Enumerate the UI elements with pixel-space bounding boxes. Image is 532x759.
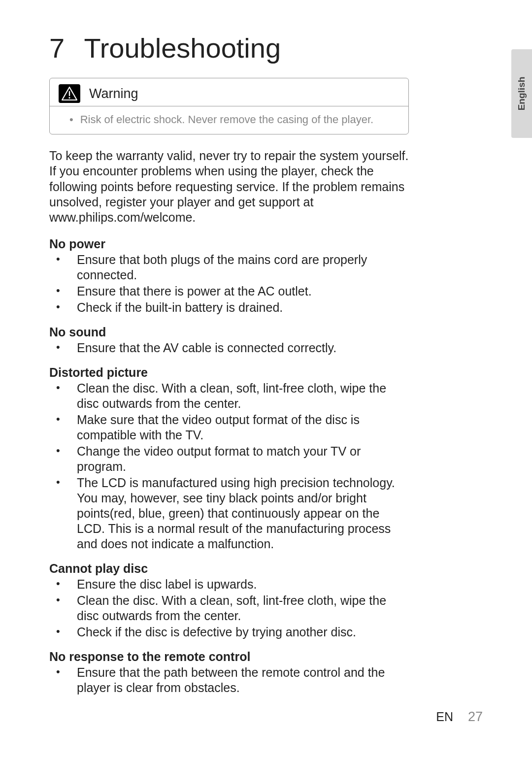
bullet-icon: •: [69, 114, 73, 125]
section-list: Clean the disc. With a clean, soft, lint…: [49, 381, 409, 552]
troubleshoot-section: Cannot play discEnsure the disc label is…: [49, 561, 409, 640]
list-item: Ensure that both plugs of the mains cord…: [49, 252, 409, 283]
warning-text: Risk of electric shock. Never remove the…: [80, 113, 373, 126]
troubleshoot-section: Distorted pictureClean the disc. With a …: [49, 365, 409, 552]
section-title: No response to the remote control: [49, 650, 409, 664]
troubleshoot-section: No powerEnsure that both plugs of the ma…: [49, 237, 409, 315]
list-item: Clean the disc. With a clean, soft, lint…: [49, 381, 409, 411]
chapter-heading: 7 Troubleshooting: [49, 32, 409, 64]
list-item: Make sure that the video output format o…: [49, 412, 409, 443]
warning-body: • Risk of electric shock. Never remove t…: [50, 106, 408, 134]
section-list: Ensure that the path between the remote …: [49, 665, 409, 695]
warning-box: Warning • Risk of electric shock. Never …: [49, 78, 409, 134]
section-list: Ensure that the AV cable is connected co…: [49, 340, 409, 356]
section-title: No power: [49, 237, 409, 251]
language-tab: English: [511, 49, 532, 138]
troubleshoot-section: No soundEnsure that the AV cable is conn…: [49, 325, 409, 356]
section-title: Cannot play disc: [49, 561, 409, 576]
warning-header: Warning: [50, 78, 408, 106]
footer-page-number: 27: [468, 709, 483, 725]
chapter-title-text: Troubleshooting: [84, 33, 281, 64]
list-item: Change the video output format to match …: [49, 444, 409, 474]
section-title: No sound: [49, 325, 409, 339]
language-tab-text: English: [516, 77, 527, 111]
section-list: Ensure that both plugs of the mains cord…: [49, 252, 409, 315]
intro-paragraph: To keep the warranty valid, never try to…: [49, 148, 409, 225]
chapter-number: 7: [49, 32, 77, 64]
svg-point-1: [68, 97, 70, 99]
list-item: Ensure that the path between the remote …: [49, 665, 409, 695]
page-footer: EN 27: [436, 709, 483, 725]
page-content: 7 Troubleshooting Warning • Risk of elec…: [0, 0, 458, 695]
section-title: Distorted picture: [49, 365, 409, 380]
list-item: Check if the disc is defective by trying…: [49, 625, 409, 640]
list-item: Check if the built-in battery is drained…: [49, 300, 409, 315]
list-item: The LCD is manufactured using high preci…: [49, 475, 409, 552]
list-item: Clean the disc. With a clean, soft, lint…: [49, 593, 409, 624]
warning-label: Warning: [89, 86, 138, 101]
list-item: Ensure that there is power at the AC out…: [49, 284, 409, 299]
footer-language: EN: [436, 710, 453, 724]
sections-container: No powerEnsure that both plugs of the ma…: [49, 237, 409, 695]
troubleshoot-section: No response to the remote controlEnsure …: [49, 650, 409, 695]
list-item: Ensure the disc label is upwards.: [49, 577, 409, 592]
warning-icon: [59, 84, 80, 103]
list-item: Ensure that the AV cable is connected co…: [49, 340, 409, 356]
section-list: Ensure the disc label is upwards.Clean t…: [49, 577, 409, 640]
